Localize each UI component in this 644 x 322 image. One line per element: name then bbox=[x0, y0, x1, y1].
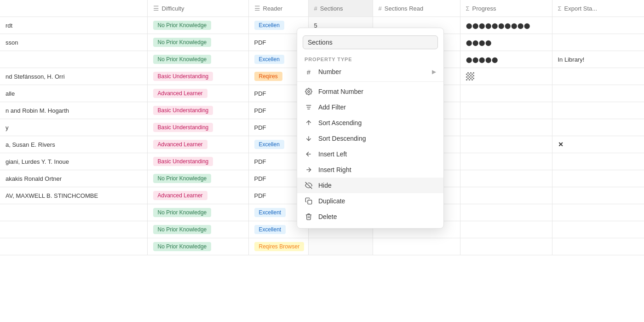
cell-export bbox=[552, 153, 644, 170]
eye-off-icon bbox=[305, 181, 313, 190]
name-text: rdt bbox=[6, 22, 12, 29]
cell-difficulty: Basic Understanding bbox=[147, 119, 248, 136]
cell-name: n and Robin M. Hogarth bbox=[0, 102, 147, 119]
cell-progress bbox=[460, 85, 552, 102]
cell-difficulty: No Prior Knowledge bbox=[147, 34, 248, 51]
menu-item-sort-descending-label: Sort Descending bbox=[318, 135, 436, 142]
menu-item-hide-label: Hide bbox=[318, 182, 436, 189]
reader-badge: Reqires bbox=[254, 72, 282, 81]
cell-name: AV, MAXWELL B. STINCHCOMBE bbox=[0, 187, 147, 204]
context-menu: PROPERTY TYPE # Number ▶ Format Number bbox=[297, 28, 444, 229]
menu-item-sort-descending[interactable]: Sort Descending bbox=[297, 131, 443, 146]
menu-item-delete[interactable]: Delete bbox=[297, 209, 443, 224]
name-text: sson bbox=[6, 39, 18, 46]
difficulty-badge: No Prior Knowledge bbox=[153, 174, 212, 183]
difficulty-badge: No Prior Knowledge bbox=[153, 225, 212, 234]
difficulty-badge: No Prior Knowledge bbox=[153, 242, 212, 251]
cell-difficulty: No Prior Knowledge bbox=[147, 51, 248, 68]
difficulty-badge: Basic Understanding bbox=[153, 157, 213, 166]
menu-item-delete-label: Delete bbox=[318, 213, 436, 220]
cell-export bbox=[552, 119, 644, 136]
x-mark: ✕ bbox=[558, 141, 564, 148]
reader-text: PDF bbox=[254, 175, 266, 182]
cell-name bbox=[0, 51, 147, 68]
reader-text: PDF bbox=[254, 90, 266, 97]
checkered-icon bbox=[466, 72, 474, 80]
col-header-sections[interactable]: # Sections bbox=[308, 0, 373, 17]
menu-item-hide[interactable]: Hide bbox=[297, 178, 443, 193]
menu-item-insert-right[interactable]: Insert Right bbox=[297, 162, 443, 178]
cell-difficulty: No Prior Knowledge bbox=[147, 170, 248, 187]
cell-reader: Reqires Browser bbox=[248, 238, 308, 255]
hash-icon: # bbox=[305, 68, 313, 76]
cell-progress bbox=[460, 136, 552, 153]
col-sections-read-label: Sections Read bbox=[385, 5, 424, 12]
column-name-input[interactable] bbox=[303, 35, 438, 49]
svg-point-0 bbox=[308, 91, 310, 92]
name-text: giani, Lurdes Y. T. Inoue bbox=[6, 158, 69, 165]
cell-name bbox=[0, 204, 147, 221]
cell-difficulty: Advanced Learner bbox=[147, 187, 248, 204]
cell-name bbox=[0, 238, 147, 255]
menu-item-sort-ascending[interactable]: Sort Ascending bbox=[297, 115, 443, 131]
menu-item-number[interactable]: # Number ▶ bbox=[297, 64, 443, 80]
cell-export bbox=[552, 68, 644, 85]
difficulty-badge: No Prior Knowledge bbox=[153, 21, 212, 30]
difficulty-badge: No Prior Knowledge bbox=[153, 55, 212, 64]
cell-progress bbox=[460, 119, 552, 136]
cell-name: alle bbox=[0, 85, 147, 102]
cell-progress bbox=[460, 102, 552, 119]
cell-progress: ⬤⬤⬤⬤⬤ bbox=[460, 51, 552, 68]
reader-text: PDF bbox=[254, 107, 266, 114]
difficulty-badge: Advanced Learner bbox=[153, 140, 207, 149]
cell-progress: ⬤⬤⬤⬤ bbox=[460, 34, 552, 51]
cell-progress bbox=[460, 170, 552, 187]
col-header-name[interactable] bbox=[0, 0, 147, 17]
reader-badge: Excellen bbox=[254, 21, 284, 30]
menu-item-format-number[interactable]: Format Number bbox=[297, 84, 443, 99]
col-header-difficulty[interactable]: ☰ Difficulty bbox=[147, 0, 248, 17]
context-menu-header bbox=[297, 32, 443, 54]
cell-difficulty: No Prior Knowledge bbox=[147, 17, 248, 34]
col-reader-label: Reader bbox=[263, 5, 283, 12]
menu-item-number-label: Number bbox=[318, 68, 426, 75]
col-header-sections-read[interactable]: # Sections Read bbox=[373, 0, 460, 17]
lines-icon-reader: ☰ bbox=[254, 5, 260, 12]
arrow-down-icon bbox=[305, 134, 313, 143]
progress-dots: ⬤⬤⬤⬤ bbox=[466, 40, 492, 46]
difficulty-badge: No Prior Knowledge bbox=[153, 38, 212, 47]
export-text: In Library! bbox=[558, 56, 585, 63]
menu-divider-1 bbox=[297, 81, 443, 82]
menu-item-add-filter[interactable]: Add Filter bbox=[297, 99, 443, 115]
reader-badge: Excellent bbox=[254, 225, 286, 234]
name-text: AV, MAXWELL B. STINCHCOMBE bbox=[6, 192, 98, 199]
col-header-reader[interactable]: ☰ Reader bbox=[248, 0, 308, 17]
cell-progress bbox=[460, 204, 552, 221]
col-header-export[interactable]: Σ Export Sta... bbox=[552, 0, 644, 17]
difficulty-badge: Basic Understanding bbox=[153, 72, 213, 81]
cell-export bbox=[552, 221, 644, 238]
col-header-progress[interactable]: Σ Progress bbox=[460, 0, 552, 17]
sigma-icon-progress: Σ bbox=[466, 5, 470, 12]
cell-export: ✕ bbox=[552, 136, 644, 153]
arrow-left-icon bbox=[305, 150, 313, 158]
cell-difficulty: No Prior Knowledge bbox=[147, 221, 248, 238]
cell-progress bbox=[460, 187, 552, 204]
cell-progress bbox=[460, 153, 552, 170]
reader-text: PDF bbox=[254, 158, 266, 165]
cell-difficulty: Advanced Learner bbox=[147, 85, 248, 102]
menu-item-insert-left[interactable]: Insert Left bbox=[297, 146, 443, 162]
difficulty-badge: Basic Understanding bbox=[153, 106, 213, 115]
cell-export bbox=[552, 34, 644, 51]
col-export-label: Export Sta... bbox=[564, 5, 598, 12]
cell-export bbox=[552, 17, 644, 34]
menu-item-sort-ascending-label: Sort Ascending bbox=[318, 119, 436, 126]
name-text: y bbox=[6, 124, 9, 131]
reader-text: PDF bbox=[254, 192, 266, 199]
difficulty-badge: Basic Understanding bbox=[153, 123, 213, 132]
cell-export bbox=[552, 102, 644, 119]
reader-text: PDF bbox=[254, 39, 266, 46]
reader-badge: Excellent bbox=[254, 208, 286, 217]
cell-progress bbox=[460, 68, 552, 85]
menu-item-duplicate[interactable]: Duplicate bbox=[297, 193, 443, 209]
